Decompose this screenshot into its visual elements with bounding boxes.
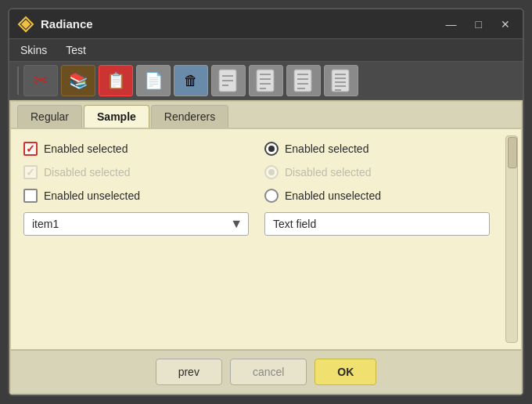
title-bar: Radiance — □ ✕ [9, 9, 523, 39]
checkbox-disabled-check-icon: ✓ [26, 166, 35, 179]
app-icon [17, 16, 34, 33]
bottom-controls: item1 item2 item3 ▼ [23, 212, 509, 236]
tabs-header: Regular Sample Renderers [11, 102, 521, 129]
toolbar-book-button[interactable]: 📚 [61, 65, 95, 96]
menu-skins[interactable]: Skins [17, 42, 50, 58]
toolbar: ✂ 📚 📋 📄 🗑 [9, 62, 523, 100]
checkbox-enabled-unselected[interactable]: Enabled unselected [23, 189, 249, 203]
title-bar-controls: — □ ✕ [441, 17, 515, 31]
item-dropdown[interactable]: item1 item2 item3 [23, 212, 249, 236]
radio-enabled-selected[interactable]: Enabled selected [264, 142, 490, 156]
radio-enabled-selected-label: Enabled selected [285, 142, 368, 155]
toolbar-doc3-button[interactable] [249, 65, 283, 96]
scissors-icon: ✂ [34, 70, 48, 91]
checkbox-enabled-unselected-label: Enabled unselected [44, 189, 140, 202]
minimize-button[interactable]: — [441, 17, 462, 31]
doc5-icon [330, 68, 352, 93]
close-button[interactable]: ✕ [496, 17, 515, 31]
svg-rect-16 [332, 70, 349, 92]
doc4-icon [293, 68, 315, 93]
doc2-icon [217, 68, 239, 93]
doc3-icon [255, 68, 277, 93]
checkbox-disabled-selected: ✓ Disabled selected [23, 165, 249, 179]
toolbar-doc4-button[interactable] [286, 65, 321, 96]
radio-disabled-dot [268, 169, 275, 175]
footer: prev cancel OK [11, 349, 521, 393]
checkbox-enabled-selected-input[interactable]: ✓ [23, 142, 38, 156]
shredder-icon: 🗑 [184, 73, 198, 89]
toolbar-separator [17, 67, 19, 95]
tab-renderers[interactable]: Renderers [151, 105, 228, 128]
tab-regular[interactable]: Regular [17, 105, 82, 128]
checkbox-disabled-selected-input: ✓ [23, 165, 38, 179]
scrollbar-thumb[interactable] [508, 137, 517, 168]
controls-row-3: Enabled unselected Enabled unselected [23, 189, 509, 203]
checkbox-enabled-unselected-input[interactable] [23, 189, 38, 203]
checkbox-check-icon: ✓ [26, 142, 35, 155]
radio-disabled-selected-label: Disabled selected [285, 166, 372, 179]
tab-content-sample: ✓ Enabled selected Enabled selected ✓ [11, 129, 521, 349]
book-icon: 📚 [69, 71, 88, 90]
menu-bar: Skins Test [9, 39, 523, 62]
window-title: Radiance [41, 17, 93, 31]
radio-dot [268, 146, 275, 152]
radio-disabled-selected: Disabled selected [264, 165, 490, 179]
checkbox-enabled-selected-label: Enabled selected [44, 142, 128, 155]
tabs-area: Regular Sample Renderers ✓ Enabled selec… [9, 100, 523, 395]
doc1-icon: 📄 [144, 73, 164, 88]
main-window: Radiance — □ ✕ Skins Test ✂ 📚 📋 📄 [8, 8, 524, 396]
ok-button[interactable]: OK [315, 359, 376, 385]
clipboard-icon: 📋 [106, 71, 126, 90]
radio-enabled-unselected-label: Enabled unselected [285, 189, 381, 202]
text-field-input[interactable] [264, 212, 490, 236]
title-bar-left: Radiance [17, 16, 93, 33]
prev-button[interactable]: prev [156, 359, 222, 385]
radio-enabled-unselected-input[interactable] [264, 189, 279, 203]
toolbar-shredder-button[interactable]: 🗑 [174, 65, 208, 96]
radio-enabled-selected-input[interactable] [264, 142, 279, 156]
checkbox-disabled-selected-label: Disabled selected [44, 166, 131, 179]
radio-disabled-selected-input [264, 165, 279, 179]
toolbar-doc2-button[interactable] [211, 65, 246, 96]
controls-row-1: ✓ Enabled selected Enabled selected [23, 142, 509, 156]
tab-sample[interactable]: Sample [84, 105, 149, 128]
toolbar-doc5-button[interactable] [324, 65, 358, 96]
toolbar-scissors-button[interactable]: ✂ [23, 65, 58, 96]
radio-enabled-unselected[interactable]: Enabled unselected [264, 189, 490, 203]
controls-row-2: ✓ Disabled selected Disabled selected [23, 165, 509, 179]
maximize-button[interactable]: □ [471, 17, 487, 31]
toolbar-clipboard-button[interactable]: 📋 [99, 65, 133, 96]
checkbox-enabled-selected[interactable]: ✓ Enabled selected [23, 142, 249, 156]
toolbar-doc1-button[interactable]: 📄 [136, 65, 171, 96]
cancel-button: cancel [230, 359, 307, 385]
menu-test[interactable]: Test [63, 42, 89, 58]
dropdown-wrapper: item1 item2 item3 ▼ [23, 212, 249, 236]
